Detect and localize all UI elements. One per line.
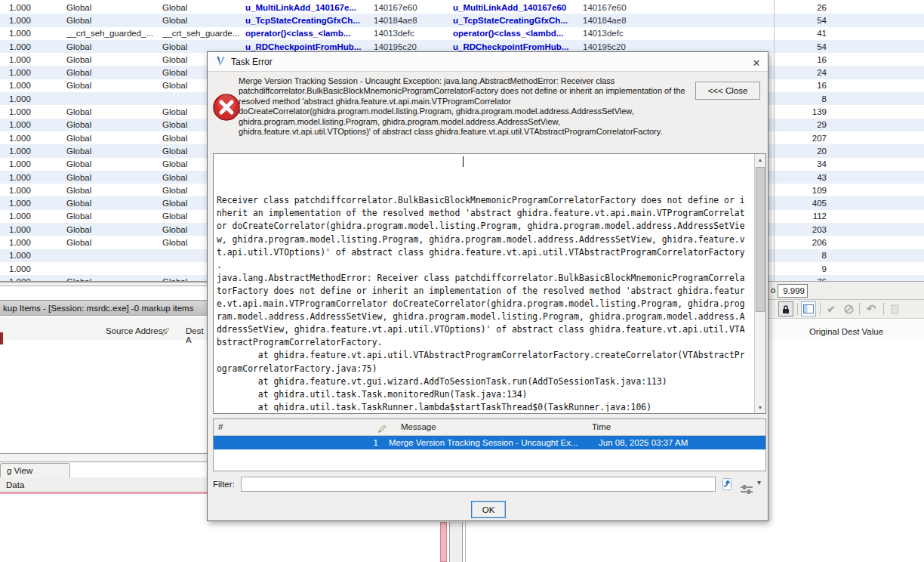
accept-markup-button[interactable]: ✔ [824, 301, 839, 317]
listing-gutter [450, 522, 462, 562]
trace-line: java.lang.AbstractMethodError: Receiver … [217, 272, 754, 285]
error-message-line: ghidra.program.model.listing.Program, gh… [239, 117, 688, 127]
source-namespace-cell: Global [66, 3, 162, 12]
score-cell: 1.000 [0, 3, 66, 12]
clear-filter-icon[interactable] [721, 477, 734, 491]
source-function-link[interactable]: u_RDCheckpointFromHub... [245, 42, 374, 51]
filter-input[interactable] [241, 477, 716, 492]
dialog-filter-row: Filter: ▾ [208, 474, 769, 494]
dest-namespace-cell: Global [162, 3, 245, 12]
length-cell: 54 [658, 42, 827, 51]
scrollbar-thumb[interactable] [756, 167, 765, 312]
dest-function-link[interactable]: u_MultiLinkAdd_140167e60 [453, 3, 583, 12]
table-row[interactable]: 1.000 Global Global u_TcpStateCreatingGf… [0, 14, 924, 26]
scroll-down-icon: ▼ [758, 405, 763, 410]
dialog-title: Task Error [231, 57, 273, 67]
source-namespace-cell: Global [66, 159, 162, 168]
table-row[interactable]: 1.000 Global Global u_MultiLinkAdd_14016… [0, 1, 924, 14]
source-namespace-cell: Global [66, 225, 162, 234]
dest-address-cell: 140167e60 [583, 3, 658, 12]
dest-address-cell: 14013defc [583, 29, 658, 38]
score-cell: 1.000 [0, 186, 66, 195]
ok-button[interactable]: OK [471, 501, 506, 518]
message-time: Jun 08, 2025 03:37 AM [594, 438, 688, 447]
dest-function-link[interactable]: u_TcpStateCreatingGfxCh... [453, 16, 583, 25]
message-table: # Message Time 1 Merge Version Tracking … [213, 418, 766, 471]
lock-button[interactable] [778, 301, 793, 317]
dest-namespace-cell: Global [162, 16, 245, 25]
source-namespace-cell: Global [66, 120, 162, 129]
score-cell: 1.000 [0, 55, 66, 64]
score-cell: 1.000 [0, 29, 66, 38]
score-cell: 1.000 [0, 107, 66, 116]
error-message-line: Merge Version Tracking Session - Uncaugh… [239, 76, 688, 86]
source-function-link[interactable]: operator()<class_<lamb... [245, 29, 374, 38]
collapse-details-button[interactable]: <<< Close [695, 82, 760, 100]
length-cell: 26 [658, 3, 827, 12]
dest-function-link[interactable]: u_RDCheckpointFromHub... [453, 42, 583, 51]
tab-listing-view[interactable]: g View [0, 463, 70, 477]
trace-line: at ghidra.util.task.Task.monitoredRun(Ta… [217, 388, 754, 401]
source-address-cell: 140167e60 [374, 3, 453, 12]
columns-icon [803, 304, 814, 313]
message-row-selected[interactable]: 1 Merge Version Tracking Session - Uncau… [214, 436, 765, 449]
scroll-up-button[interactable]: ▲ [755, 154, 765, 165]
message-column-header[interactable]: Message [401, 422, 436, 431]
message-table-header: # Message Time [214, 419, 765, 436]
source-namespace-cell: Global [66, 42, 162, 51]
trace-scrollbar[interactable]: ▲ ▼ [754, 154, 765, 413]
score-cell: 1.000 [0, 68, 66, 77]
trace-line: or doCreateCorrelator(ghidra.program.mod… [217, 220, 754, 233]
data-section-label: Data [0, 477, 214, 492]
source-function-link[interactable]: u_MultiLinkAdd_140167e... [245, 3, 374, 12]
dest-namespace-cell: __crt_seh_guarde... [162, 29, 245, 38]
length-cell: 54 [658, 16, 827, 25]
source-function-link[interactable]: u_TcpStateCreatingGfxCh... [245, 16, 374, 25]
source-address-column-header[interactable]: Source Address [106, 326, 167, 335]
score-upper-bound-input[interactable]: 9.999 [778, 284, 808, 298]
source-address-cell: 140195c20 [374, 42, 453, 51]
source-namespace-cell: Global [66, 107, 162, 116]
trace-line: ram.model.address.AddressSetView, ghidra… [217, 310, 754, 323]
filter-options-icon[interactable] [741, 486, 753, 495]
score-cell: 1.000 [0, 42, 66, 51]
original-dest-value-column-header[interactable]: Original Dest Value [768, 327, 924, 336]
error-icon [212, 93, 241, 122]
score-cell: 1.000 [0, 199, 66, 208]
trace-line: ddressSetView, ghidra.feature.vt.api.uti… [217, 323, 754, 336]
dest-function-link[interactable]: operator()<class_<lambd... [453, 29, 583, 38]
block-icon [844, 304, 854, 314]
score-cell: 1.000 [0, 16, 66, 25]
filter-dropdown-icon[interactable]: ▾ [757, 478, 761, 486]
trace-line: at ghidra.util.task.TaskRunner.lambda$st… [217, 401, 754, 412]
toggle-columns-button[interactable] [801, 301, 816, 317]
sort-pencil-icon [160, 325, 171, 335]
undo-button[interactable]: ↶ [864, 301, 879, 317]
source-namespace-cell: Global [66, 55, 162, 64]
dialog-titlebar[interactable]: Task Error [208, 52, 768, 72]
splitter-bar[interactable] [0, 453, 208, 462]
marker-red [0, 332, 3, 344]
num-column-header[interactable]: # [218, 422, 223, 431]
dialog-close-button[interactable]: ✕ [750, 56, 763, 69]
trace-line: at ghidra.feature.vt.api.util.VTAbstract… [217, 349, 754, 362]
score-cell: 1.000 [0, 225, 66, 234]
source-namespace-cell: Global [66, 199, 162, 208]
trace-line: at ghidra.feature.vt.gui.wizard.AddToSes… [217, 375, 754, 388]
source-namespace-cell: Global [66, 16, 162, 25]
reject-markup-button[interactable] [841, 301, 856, 317]
trace-line: w, ghidra.program.model.listing.Program,… [217, 233, 754, 246]
scroll-down-button[interactable]: ▼ [755, 402, 765, 413]
source-namespace-cell: Global [66, 134, 162, 143]
disabled-action-button[interactable] [888, 301, 903, 317]
score-filter-bar: o 9.999 Length Filter: 0 [768, 281, 924, 300]
stack-trace-panel[interactable]: Receiver class patchdiffcorrelator.BulkB… [213, 153, 766, 414]
table-row[interactable]: 1.000 __crt_seh_guarded_... __crt_seh_gu… [0, 27, 924, 40]
time-column-header[interactable]: Time [592, 422, 611, 431]
column-divider [774, 0, 775, 281]
sort-pencil-icon [377, 422, 387, 433]
score-cell: 1.000 [0, 159, 66, 168]
error-message-line: doCreateCorrelator(ghidra.program.model.… [239, 107, 688, 116]
dest-address-column-header[interactable]: Dest A [186, 326, 208, 344]
score-cell: 1.000 [0, 264, 66, 273]
